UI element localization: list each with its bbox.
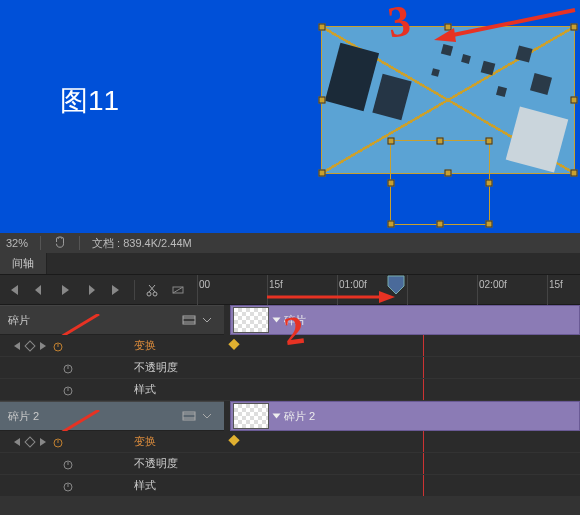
stopwatch-icon[interactable] <box>62 362 74 374</box>
play-button[interactable] <box>52 277 78 303</box>
layer-name[interactable]: 碎片 2 <box>8 409 180 424</box>
svg-rect-18 <box>183 412 195 420</box>
svg-point-2 <box>147 292 151 296</box>
stopwatch-icon[interactable] <box>62 384 74 396</box>
timeline-toolbar: 00 15f 01:00f 02:00f 15f <box>0 275 580 305</box>
status-bar: 32% 文档 : 839.4K/2.44M <box>0 233 580 253</box>
layer-panel: 碎片 变换 不透明度 样式 碎片 2 变换 不透明度 <box>0 305 224 497</box>
stopwatch-icon[interactable] <box>62 458 74 470</box>
stopwatch-icon[interactable] <box>52 436 64 448</box>
keyframe-nav-icon[interactable] <box>24 340 35 351</box>
prop-label: 样式 <box>134 478 156 493</box>
chevron-down-icon[interactable] <box>198 407 216 425</box>
goto-first-frame-button[interactable] <box>0 277 26 303</box>
canvas-text-label: 图11 <box>60 82 119 120</box>
clip-label: 碎片 2 <box>282 409 315 424</box>
prop-row-opacity[interactable]: 不透明度 <box>0 357 224 379</box>
prop-label: 不透明度 <box>134 456 178 471</box>
prop-row-transform[interactable]: 变换 <box>0 335 224 357</box>
stopwatch-icon[interactable] <box>62 480 74 492</box>
hand-tool-icon[interactable] <box>53 235 67 251</box>
goto-last-frame-button[interactable] <box>104 277 130 303</box>
layer-header-2[interactable]: 碎片 2 <box>0 401 224 431</box>
tab-timeline[interactable]: 间轴 <box>0 253 47 274</box>
disclosure-icon[interactable] <box>273 318 281 323</box>
next-frame-button[interactable] <box>78 277 104 303</box>
clip-thumbnail <box>233 307 269 333</box>
doc-info: 文档 : 839.4K/2.44M <box>92 236 192 251</box>
transition-button[interactable] <box>165 277 191 303</box>
track-area[interactable]: 碎片 2 碎片 2 <box>224 305 580 497</box>
canvas-preview[interactable]: 图11 3 <box>0 0 580 233</box>
prev-frame-button[interactable] <box>26 277 52 303</box>
chevron-down-icon[interactable] <box>198 311 216 329</box>
split-clip-button[interactable] <box>139 277 165 303</box>
prop-label: 样式 <box>134 382 156 397</box>
prop-row-style[interactable]: 样式 <box>0 379 224 401</box>
layer-header-1[interactable]: 碎片 <box>0 305 224 335</box>
prop-row-transform[interactable]: 变换 <box>0 431 224 453</box>
stopwatch-icon[interactable] <box>52 340 64 352</box>
keyframe-diamond[interactable] <box>228 435 239 446</box>
svg-point-3 <box>153 292 157 296</box>
disclosure-icon[interactable] <box>273 414 281 419</box>
prop-row-style[interactable]: 样式 <box>0 475 224 497</box>
prop-row-opacity[interactable]: 不透明度 <box>0 453 224 475</box>
annotation-arrow-playhead <box>267 289 397 305</box>
playhead[interactable] <box>387 275 405 299</box>
prop-label: 变换 <box>134 338 156 353</box>
keyframe-diamond[interactable] <box>228 339 239 350</box>
prop-label: 变换 <box>134 434 156 449</box>
timeline-body: 碎片 变换 不透明度 样式 碎片 2 变换 不透明度 <box>0 305 580 497</box>
svg-rect-7 <box>183 316 195 324</box>
panel-tab-bar: 间轴 <box>0 253 580 275</box>
layer-name[interactable]: 碎片 <box>8 313 180 328</box>
free-transform-guide[interactable] <box>390 140 490 225</box>
clip-thumbnail <box>233 403 269 429</box>
zoom-level[interactable]: 32% <box>6 237 28 249</box>
filmstrip-icon[interactable] <box>180 407 198 425</box>
time-ruler[interactable]: 00 15f 01:00f 02:00f 15f <box>197 275 580 305</box>
keyframe-nav-icon[interactable] <box>24 436 35 447</box>
clip-2[interactable]: 碎片 2 <box>230 401 580 431</box>
filmstrip-icon[interactable] <box>180 311 198 329</box>
prop-label: 不透明度 <box>134 360 178 375</box>
